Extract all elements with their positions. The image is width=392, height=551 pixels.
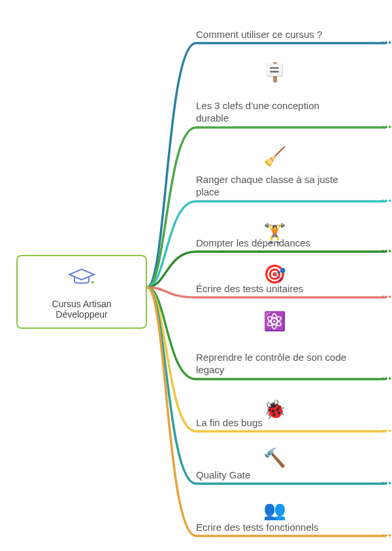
svg-point-0 — [91, 281, 94, 284]
branch-label[interactable]: Les 3 clefs d'une conception durable — [196, 100, 353, 125]
expand-dots-icon[interactable]: ••• — [382, 374, 392, 383]
expand-dots-icon[interactable]: ••• — [382, 426, 392, 435]
branch-label[interactable]: Dompter les dépendances — [196, 237, 353, 250]
branch-label[interactable]: La fin des bugs — [196, 417, 353, 429]
people-icon: 👥 — [261, 499, 287, 521]
gavel-icon: 🔨 — [261, 447, 287, 469]
expand-dots-icon[interactable]: ••• — [382, 478, 392, 488]
root-node[interactable]: Cursus Artisan Développeur — [16, 255, 147, 329]
expand-dots-icon[interactable]: ••• — [382, 246, 392, 256]
expand-dots-icon[interactable]: ••• — [382, 531, 392, 540]
branch-label[interactable]: Comment utiliser ce cursus ? — [196, 29, 353, 41]
branch-label[interactable]: Ranger chaque classe à sa juste place — [196, 174, 353, 199]
expand-dots-icon[interactable]: ••• — [382, 292, 392, 301]
branch-label[interactable]: Reprendre le contrôle de son code legacy — [196, 352, 353, 376]
signpost-icon: 🪧 — [261, 61, 287, 83]
expand-dots-icon[interactable]: ••• — [382, 38, 392, 47]
atom-icon: ⚛️ — [261, 310, 287, 332]
broom-icon: 🧹 — [261, 146, 287, 167]
branch-label[interactable]: Ecrire des tests fonctionnels — [196, 522, 353, 534]
expand-dots-icon[interactable]: ••• — [382, 196, 392, 205]
graduation-cap-icon — [68, 268, 95, 292]
branch-label[interactable]: Quality Gate — [196, 469, 353, 482]
expand-dots-icon[interactable]: ••• — [382, 122, 392, 131]
branch-label[interactable]: Écrire des tests unitaires — [196, 283, 353, 295]
root-title: Cursus Artisan Développeur — [25, 299, 138, 320]
target-icon: 🎯 — [261, 263, 287, 285]
